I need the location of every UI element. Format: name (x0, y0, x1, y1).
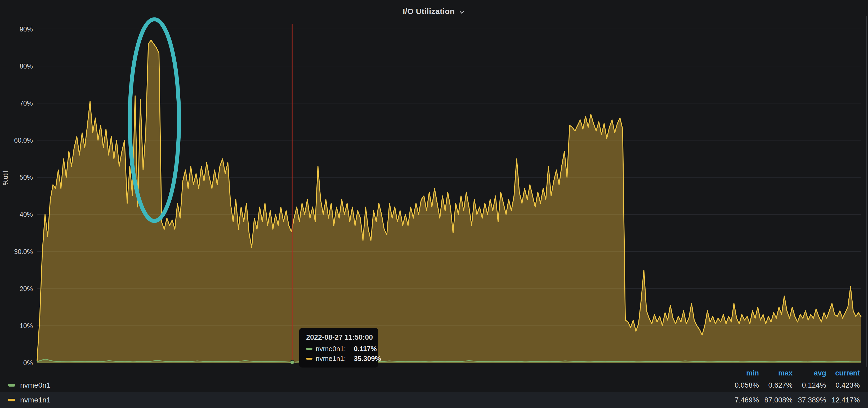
legend-stat-current: 0.423% (826, 381, 860, 389)
crosshair-point (290, 360, 294, 364)
y-tick-label: 0% (0, 359, 33, 367)
y-tick-label: 90% (0, 25, 33, 33)
legend-header-min[interactable]: min (725, 369, 759, 377)
y-tick-label: 80% (0, 62, 33, 70)
tooltip-series-value: 35.309% (354, 354, 381, 363)
chevron-down-icon (458, 8, 465, 15)
y-tick-label: 10% (0, 322, 33, 330)
legend-stat-max: 87.008% (759, 396, 793, 404)
y-tick-label: 60.0% (0, 137, 33, 144)
chart-plot-area[interactable] (37, 24, 861, 363)
scrollbar-thumb[interactable] (866, 16, 867, 367)
series-color-icon (306, 358, 312, 360)
series-color-icon (306, 348, 312, 350)
panel-title[interactable]: I/O Utilization (403, 7, 455, 16)
tooltip-series-rows: nvme0n1: 0.117% nvme1n1: 35.309% (306, 345, 371, 363)
tooltip: 2022-08-27 11:50:00 nvme0n1: 0.117% nvme… (299, 328, 378, 368)
tooltip-row: nvme0n1: 0.117% (306, 345, 371, 353)
tooltip-series-value: 0.117% (354, 345, 377, 353)
chart-canvas[interactable] (37, 24, 861, 363)
panel-header[interactable]: I/O Utilization (0, 0, 868, 23)
y-tick-label: 40% (0, 211, 33, 218)
legend-header-row: minmaxavgcurrent (0, 368, 868, 378)
legend-header-max[interactable]: max (759, 369, 793, 377)
legend: minmaxavgcurrent nvme0n1 0.058% 0.627% 0… (0, 368, 868, 408)
legend-stat-current: 12.417% (826, 396, 860, 404)
legend-row-nvme1n1[interactable]: nvme1n1 7.469% 87.008% 37.389% 12.417% (0, 392, 868, 408)
legend-series-label[interactable]: nvme0n1 (0, 381, 725, 389)
legend-stat-max: 0.627% (759, 381, 793, 389)
y-tick-label: 20% (0, 285, 33, 293)
legend-stat-avg: 37.389% (793, 396, 826, 404)
y-tick-label: 70% (0, 100, 33, 107)
legend-stat-avg: 0.124% (793, 381, 826, 389)
legend-header-current[interactable]: current (826, 369, 860, 377)
tooltip-series-name: nvme1n1: (316, 354, 346, 363)
tooltip-series-name: nvme0n1: (316, 345, 346, 353)
tooltip-timestamp: 2022-08-27 11:50:00 (306, 333, 371, 342)
y-tick-label: 30.0% (0, 248, 33, 255)
legend-row-nvme0n1[interactable]: nvme0n1 0.058% 0.627% 0.124% 0.423% (0, 378, 868, 392)
legend-stat-min: 0.058% (725, 381, 759, 389)
legend-series-label[interactable]: nvme1n1 (0, 396, 725, 404)
legend-header-avg[interactable]: avg (793, 369, 826, 377)
grafana-panel: I/O Utilization %util 90%80%70%60.0%50%4… (0, 0, 868, 408)
tooltip-row: nvme1n1: 35.309% (306, 354, 371, 363)
legend-stat-min: 7.469% (725, 396, 759, 404)
y-tick-label: 50% (0, 174, 33, 181)
series-color-icon[interactable] (8, 384, 16, 386)
series-color-icon[interactable] (8, 399, 16, 401)
